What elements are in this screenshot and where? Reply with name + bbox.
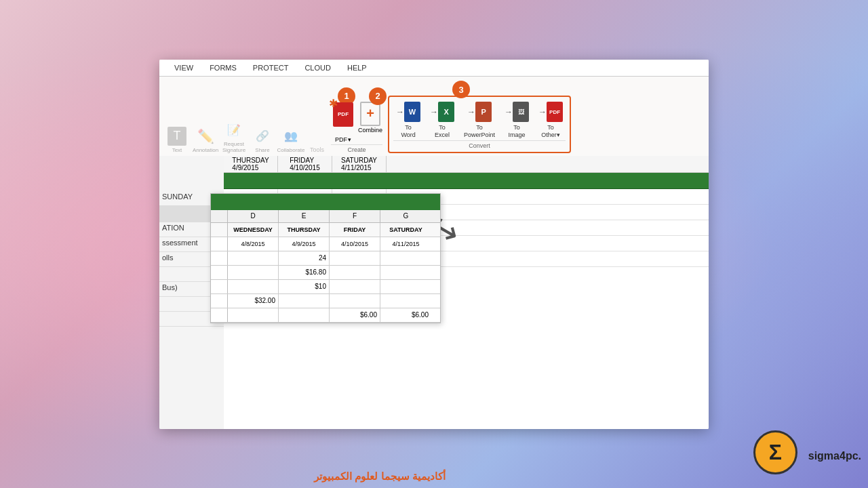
excel-col-letter-row: D E F G — [211, 210, 440, 223]
tool-annotation: ✏️ Annotation — [193, 127, 218, 153]
val-wed-3 — [228, 280, 279, 293]
val-fri-4 — [330, 294, 380, 308]
val-sat-1 — [380, 251, 431, 265]
sigma-logo: Σ sigma4pc. — [753, 430, 861, 481]
tab-cloud[interactable]: CLOUD — [296, 60, 339, 76]
excel-app-icon: X — [438, 102, 454, 122]
arabic-footer: أكاديمية سيجما لعلوم الكمبيوتر — [0, 470, 760, 483]
sigma-circle: Σ — [753, 430, 797, 474]
val-thu-2: $16.80 — [279, 266, 330, 279]
excel-row-num-header — [211, 210, 228, 222]
convert-section: 3 → W ToWord → X — [388, 89, 571, 153]
sigma-brand-name: sigma4pc. — [808, 450, 861, 462]
val-wed-5 — [228, 308, 279, 322]
saturday-header: SATURDAY4/11/2015 — [332, 156, 387, 172]
convert-group-label: Convert — [393, 140, 566, 149]
content-area: SUNDAY ATION ssessment olls Bus) THURSDA… — [159, 156, 709, 429]
val-thu-3: $10 — [279, 280, 330, 293]
excel-val-row-5: $6.00 $6.00 — [211, 308, 440, 323]
combine-icon: + — [360, 102, 380, 126]
powerpoint-app-icon: P — [475, 102, 492, 122]
excel-popup: D E F G WEDNESDAY THURSDAY FRIDAY SATURD… — [210, 193, 441, 323]
val-sat-3 — [380, 280, 431, 293]
row-num-3 — [211, 251, 228, 265]
tools-section: T Text ✏️ Annotation 📝 Request Signature… — [165, 121, 310, 153]
ribbon-tab-bar: VIEW FORMS PROTECT CLOUD HELP — [159, 60, 709, 77]
row-num-5 — [211, 280, 228, 293]
step-badge-3: 3 — [452, 81, 470, 98]
col-d-header: D — [228, 210, 279, 222]
excel-val-row-4: $32.00 — [211, 294, 440, 308]
create-buttons: ✱ PDF PDF ▾ + Combine — [331, 102, 382, 143]
tool-request-sig-label: Request Signature — [222, 141, 246, 153]
create-group-label: Create — [331, 144, 382, 153]
date-fri: 4/10/2015 — [330, 237, 380, 251]
convert-other-label: ToOther▾ — [541, 124, 560, 139]
convert-buttons: → W ToWord → X ToExcel — [393, 100, 566, 139]
col-header-row: THURSDAY4/9/2015 FRIDAY4/10/2015 SATURDA… — [224, 156, 709, 173]
saturday-cell: SATURDAY — [380, 223, 431, 237]
thursday-cell: THURSDAY — [279, 223, 330, 237]
val-wed-2 — [228, 266, 279, 279]
date-wed: 4/8/2015 — [228, 237, 279, 251]
pdf-dropdown-arrow: ▾ — [348, 136, 351, 143]
tab-forms[interactable]: FORMS — [201, 60, 245, 76]
val-fri-1 — [330, 251, 380, 265]
convert-to-excel-button[interactable]: → X ToExcel — [427, 100, 457, 139]
sigma-text-area: sigma4pc. — [808, 450, 861, 462]
col-e-header: E — [279, 210, 330, 222]
date-thu: 4/9/2015 — [279, 237, 330, 251]
tools-label: Tools — [310, 146, 324, 153]
pdf-button[interactable]: ✱ PDF PDF ▾ — [331, 102, 355, 143]
val-fri-2 — [330, 266, 380, 279]
friday-header: FRIDAY4/10/2015 — [278, 156, 332, 172]
tab-view[interactable]: VIEW — [166, 60, 201, 76]
val-sat-5: $6.00 — [380, 308, 431, 322]
tab-protect[interactable]: PROTECT — [245, 60, 297, 76]
combine-button[interactable]: + Combine — [358, 102, 382, 143]
convert-to-other-button[interactable]: → PDF ToOther▾ — [536, 100, 566, 139]
excel-date-row: 4/8/2015 4/9/2015 4/10/2015 4/11/2015 — [211, 237, 440, 251]
val-fri-5: $6.00 — [330, 308, 380, 322]
row-num-1 — [211, 223, 228, 237]
convert-to-word-button[interactable]: → W ToWord — [393, 100, 423, 139]
val-thu-1: 24 — [279, 251, 330, 265]
val-fri-3 — [330, 280, 380, 293]
col-f-header: F — [330, 210, 380, 222]
convert-to-powerpoint-button[interactable]: → P ToPowerPoint — [461, 100, 498, 139]
val-sat-2 — [380, 266, 431, 279]
tool-text: T Text — [165, 127, 189, 153]
row-num-2 — [211, 237, 228, 251]
tool-collaborate: 👥 Collaborate — [279, 127, 303, 153]
word-app-icon: W — [404, 102, 420, 122]
excel-green-bar — [211, 194, 440, 210]
other-app-icon: PDF — [547, 102, 563, 122]
friday-cell: FRIDAY — [330, 223, 380, 237]
convert-to-image-button[interactable]: → 🖼 ToImage — [502, 100, 532, 139]
excel-val-row-1: 24 — [211, 251, 440, 266]
step-badge-2: 2 — [369, 87, 387, 105]
tool-share: 🔗 Share — [250, 127, 275, 153]
val-sat-4 — [380, 294, 431, 308]
convert-image-label: ToImage — [509, 124, 526, 139]
green-header-bar — [224, 173, 709, 189]
val-thu-4 — [279, 294, 330, 308]
excel-val-row-2: $16.80 — [211, 266, 440, 280]
main-window: VIEW FORMS PROTECT CLOUD HELP T Text ✏️ … — [159, 60, 709, 429]
convert-box: → W ToWord → X ToExcel — [388, 96, 571, 153]
row-num-7 — [211, 308, 228, 322]
row-num-4 — [211, 266, 228, 279]
sigma-icon-container: Σ — [753, 430, 804, 481]
convert-powerpoint-label: ToPowerPoint — [464, 124, 495, 139]
tool-share-label: Share — [255, 147, 269, 153]
tab-help[interactable]: HELP — [339, 60, 375, 76]
convert-excel-label: ToExcel — [435, 124, 450, 139]
date-sat: 4/11/2015 — [380, 237, 431, 251]
col-g-header: G — [380, 210, 431, 222]
excel-day-row: WEDNESDAY THURSDAY FRIDAY SATURDAY — [211, 223, 440, 237]
val-wed-4: $32.00 — [228, 294, 279, 308]
create-section: 1 2 ✱ PDF PDF ▾ — [331, 96, 382, 153]
image-app-icon: 🖼 — [513, 102, 529, 122]
ribbon-content: T Text ✏️ Annotation 📝 Request Signature… — [159, 77, 709, 156]
combine-label: Combine — [358, 127, 382, 134]
